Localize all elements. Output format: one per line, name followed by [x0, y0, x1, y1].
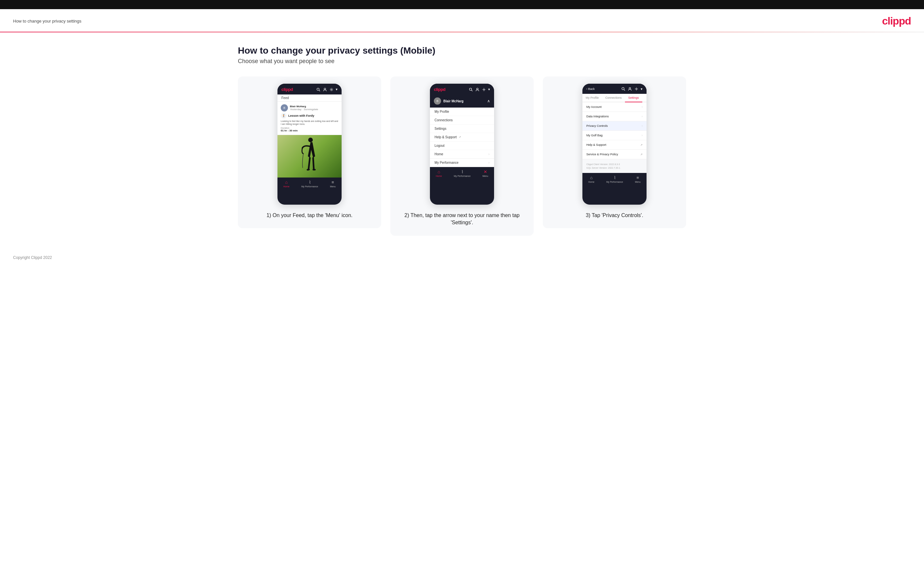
- card-2: clippd: [390, 76, 534, 236]
- phone-bottom-nav-3: ⌂ Home ⌇ My Performance ≡ Menu: [582, 173, 646, 186]
- performance-icon-3: ⌇: [614, 175, 616, 180]
- chevron-down-icon-2: ▾: [488, 87, 490, 92]
- settings-item-helpsupport-label: Help & Support: [586, 143, 606, 147]
- nav-home-2[interactable]: ⌂ Home: [436, 169, 442, 177]
- top-bar: [0, 0, 924, 9]
- feed-post: B Blair McHarg Yesterday · Sunningdale 🏌…: [278, 102, 342, 135]
- phone-icons-1: ▾: [316, 87, 338, 92]
- menu-item-connections[interactable]: Connections: [430, 116, 494, 124]
- feed-label: Feed: [278, 95, 342, 102]
- svg-point-10: [483, 89, 485, 90]
- svg-point-4: [308, 138, 313, 142]
- chevron-icon-myaccount: ›: [641, 105, 643, 108]
- settings-item-myaccount-label: My Account: [586, 105, 602, 108]
- menu-section-home-label: Home: [435, 152, 443, 156]
- settings-item-myaccount[interactable]: My Account ›: [582, 102, 646, 112]
- menu-user-avatar: B: [434, 97, 441, 105]
- feed-user-info: Blair McHarg Yesterday · Sunningdale: [290, 105, 318, 111]
- svg-point-2: [324, 88, 326, 90]
- settings-version: Clippd Client Version: 2022.8.3-3 GQL Se…: [582, 159, 646, 173]
- tab-settings[interactable]: Settings: [625, 94, 642, 102]
- nav-performance-label-2: My Performance: [454, 175, 470, 177]
- version-line-2: GQL Server Version: 2022.7.30-1: [586, 166, 643, 170]
- nav-menu[interactable]: ≡ Menu: [330, 180, 336, 188]
- menu-user-name: Blair McHarg: [443, 99, 464, 103]
- menu-overlay: B Blair McHarg ∧ My Profile Connections …: [430, 95, 494, 167]
- home-icon-2: ⌂: [438, 169, 440, 174]
- phone-logo-1: clippd: [281, 87, 293, 92]
- nav-close-label: Menu: [482, 175, 488, 177]
- user-icon: [323, 87, 327, 92]
- feed-area: B Blair McHarg Yesterday · Sunningdale 🏌…: [278, 102, 342, 177]
- nav-performance-2[interactable]: ⌇ My Performance: [454, 169, 470, 177]
- external-link-icon-3: ↗: [640, 153, 643, 156]
- tab-my-profile[interactable]: My Profile: [582, 94, 602, 102]
- svg-point-0: [317, 88, 319, 90]
- gear-icon: [329, 87, 334, 92]
- svg-point-7: [470, 88, 472, 90]
- settings-item-privacycontrols[interactable]: Privacy Controls ›: [582, 121, 646, 131]
- feed-duration: 01 hr : 30 min: [281, 129, 338, 132]
- nav-home-3[interactable]: ⌂ Home: [588, 175, 594, 183]
- svg-point-3: [331, 89, 332, 90]
- chevron-down-icon: ▾: [336, 87, 338, 92]
- svg-point-5: [306, 169, 310, 171]
- page-heading: How to change your privacy settings (Mob…: [238, 45, 686, 56]
- svg-line-1: [319, 90, 320, 91]
- menu-section-performance-label: My Performance: [435, 161, 459, 164]
- back-button[interactable]: ‹ Back: [586, 87, 595, 90]
- settings-item-dataintegrations[interactable]: Data Integrations ›: [582, 112, 646, 121]
- golf-silhouette: [301, 137, 319, 176]
- phone-header-1: clippd: [278, 84, 342, 95]
- settings-item-mygolfbag[interactable]: My Golf Bag ›: [582, 131, 646, 140]
- cards-row: clippd: [238, 76, 686, 236]
- menu-item-helpsupport[interactable]: Help & Support ↗: [430, 133, 494, 142]
- phone-bottom-nav-2: ⌂ Home ⌇ My Performance ✕ Menu: [430, 167, 494, 180]
- card-3: ‹ Back: [543, 76, 686, 228]
- tab-connections[interactable]: Connections: [602, 94, 625, 102]
- nav-performance[interactable]: ⌇ My Performance: [301, 180, 318, 188]
- gear-icon-2: [481, 87, 486, 92]
- menu-section-home[interactable]: Home ›: [430, 150, 494, 158]
- golf-image: [278, 135, 342, 177]
- feed-lesson-title: Lesson with Fordy: [288, 114, 315, 118]
- menu-user-row: B Blair McHarg ∧: [430, 95, 494, 108]
- nav-home[interactable]: ⌂ Home: [283, 180, 289, 188]
- settings-list: My Account › Data Integrations › Privacy…: [582, 102, 646, 173]
- card-2-caption: 2) Then, tap the arrow next to your name…: [397, 212, 527, 227]
- nav-menu-3[interactable]: ≡ Menu: [635, 175, 641, 183]
- nav-performance-3[interactable]: ⌇ My Performance: [606, 175, 623, 183]
- footer: Copyright Clippd 2022: [0, 245, 924, 266]
- settings-item-dataintegrations-label: Data Integrations: [586, 115, 609, 118]
- menu-section-performance[interactable]: My Performance ›: [430, 158, 494, 167]
- menu-item-myprofile[interactable]: My Profile: [430, 108, 494, 116]
- menu-item-settings[interactable]: Settings: [430, 124, 494, 133]
- search-icon: [316, 87, 321, 92]
- svg-point-13: [629, 88, 631, 89]
- header-title: How to change your privacy settings: [13, 19, 81, 24]
- menu-icon: ≡: [331, 180, 334, 185]
- nav-close[interactable]: ✕ Menu: [482, 169, 488, 177]
- logo: clippd: [882, 15, 911, 27]
- feed-lesson-row: 🏌️ Lesson with Fordy: [281, 113, 338, 119]
- settings-item-serviceprivacy-label: Service & Privacy Policy: [586, 153, 618, 156]
- menu-item-logout[interactable]: Logout: [430, 142, 494, 150]
- settings-item-helpsupport[interactable]: Help & Support ↗: [582, 140, 646, 150]
- svg-line-12: [624, 90, 625, 90]
- svg-point-6: [312, 169, 316, 171]
- search-icon-2: [468, 87, 473, 92]
- feed-avatar: B: [281, 104, 288, 111]
- menu-user-chevron[interactable]: ∧: [487, 99, 490, 103]
- svg-point-14: [636, 88, 637, 90]
- phone-icons-2: ▾: [468, 87, 490, 92]
- card-3-caption: 3) Tap 'Privacy Controls'.: [586, 212, 643, 219]
- copyright: Copyright Clippd 2022: [13, 255, 52, 260]
- home-icon: ⌂: [285, 180, 288, 185]
- nav-performance-label-3: My Performance: [606, 181, 623, 183]
- header: How to change your privacy settings clip…: [0, 9, 924, 32]
- nav-home-label-2: Home: [436, 175, 442, 177]
- nav-menu-label: Menu: [330, 185, 336, 188]
- settings-item-privacycontrols-label: Privacy Controls: [586, 124, 608, 127]
- settings-item-serviceprivacy[interactable]: Service & Privacy Policy ↗: [582, 150, 646, 159]
- user-icon-2: [475, 87, 480, 92]
